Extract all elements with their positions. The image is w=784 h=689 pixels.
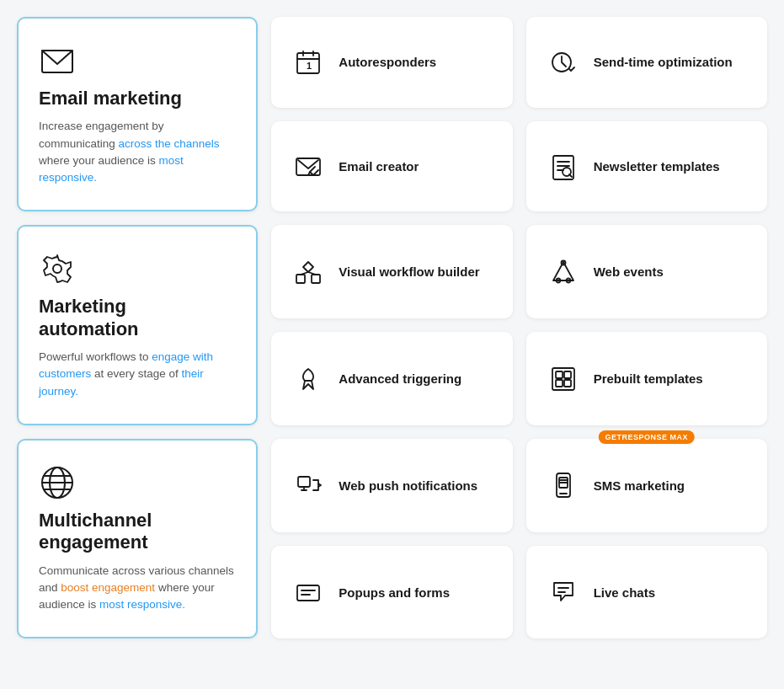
advanced-triggering-card[interactable]: Advanced triggering bbox=[271, 332, 512, 425]
newsletter-templates-label: Newsletter templates bbox=[594, 159, 720, 174]
live-chats-label: Live chats bbox=[594, 585, 655, 600]
autoresponders-card[interactable]: 1 Autoresponders bbox=[271, 17, 512, 108]
multichannel-engagement-card[interactable]: Multichannelengagement Communicate acros… bbox=[17, 439, 258, 639]
svg-rect-30 bbox=[556, 380, 563, 387]
advanced-triggering-label: Advanced triggering bbox=[339, 371, 461, 386]
email-marketing-card[interactable]: Email marketing Increase engagement by c… bbox=[17, 17, 258, 211]
email-edit-icon bbox=[291, 150, 325, 184]
send-time-optimization-card[interactable]: Send-time optimization bbox=[526, 17, 767, 108]
send-time-label: Send-time optimization bbox=[594, 55, 733, 69]
svg-rect-28 bbox=[556, 371, 563, 378]
email-marketing-desc: Increase engagement by communicating acr… bbox=[39, 118, 236, 186]
autoresponders-label: Autoresponders bbox=[339, 55, 436, 69]
calendar-icon: 1 bbox=[291, 45, 325, 79]
prebuilt-templates-label: Prebuilt templates bbox=[594, 371, 703, 386]
svg-rect-29 bbox=[564, 371, 571, 378]
forms-icon bbox=[291, 575, 325, 609]
workflow-icon bbox=[291, 255, 325, 289]
prebuilt-icon bbox=[547, 362, 580, 396]
sms-marketing-label: SMS marketing bbox=[594, 478, 685, 493]
svg-point-16 bbox=[53, 264, 61, 273]
marketing-automation-card[interactable]: Marketingautomation Powerful workflows t… bbox=[17, 225, 258, 425]
email-creator-label: Email creator bbox=[339, 159, 419, 174]
email-creator-card[interactable]: Email creator bbox=[271, 121, 512, 212]
sms-icon bbox=[547, 468, 580, 502]
marketing-automation-title: Marketingautomation bbox=[39, 296, 139, 340]
web-events-card[interactable]: Web events bbox=[526, 225, 767, 318]
clock-check-icon bbox=[547, 45, 580, 79]
visual-workflow-builder-card[interactable]: Visual workflow builder bbox=[271, 225, 512, 318]
chat-icon bbox=[547, 575, 580, 609]
getresponse-max-badge: GETRESPONSE MAX bbox=[599, 430, 696, 444]
visual-workflow-builder-label: Visual workflow builder bbox=[339, 264, 479, 279]
newsletter-templates-card[interactable]: Newsletter templates bbox=[526, 121, 767, 212]
svg-line-15 bbox=[569, 174, 572, 177]
popups-and-forms-card[interactable]: Popups and forms bbox=[271, 546, 512, 639]
main-grid: Email marketing Increase engagement by c… bbox=[17, 17, 767, 638]
svg-rect-18 bbox=[296, 275, 305, 283]
sms-marketing-card[interactable]: GETRESPONSE MAX SMS marketing bbox=[526, 439, 767, 532]
svg-rect-37 bbox=[298, 477, 310, 487]
trigger-icon bbox=[291, 362, 325, 396]
multichannel-engagement-desc: Communicate across various channels and … bbox=[39, 563, 236, 614]
svg-rect-45 bbox=[297, 585, 319, 601]
globe-icon bbox=[39, 464, 76, 501]
web-events-icon bbox=[547, 255, 580, 289]
popups-and-forms-label: Popups and forms bbox=[339, 585, 450, 600]
svg-line-8 bbox=[310, 167, 315, 172]
svg-rect-31 bbox=[564, 380, 571, 387]
svg-rect-19 bbox=[312, 275, 320, 283]
svg-marker-17 bbox=[303, 262, 313, 272]
bell-icon bbox=[291, 468, 325, 502]
newsletter-icon bbox=[547, 150, 580, 184]
web-push-notifications-label: Web push notifications bbox=[339, 478, 477, 493]
gear-icon bbox=[39, 250, 76, 287]
web-push-notifications-card[interactable]: Web push notifications bbox=[271, 439, 512, 532]
prebuilt-templates-card[interactable]: Prebuilt templates bbox=[526, 332, 767, 425]
email-icon bbox=[39, 42, 76, 79]
multichannel-engagement-title: Multichannelengagement bbox=[39, 510, 152, 554]
web-events-label: Web events bbox=[594, 264, 664, 279]
svg-text:1: 1 bbox=[307, 61, 312, 71]
marketing-automation-desc: Powerful workflows to engage with custom… bbox=[39, 349, 236, 400]
email-marketing-title: Email marketing bbox=[39, 88, 182, 109]
live-chats-card[interactable]: Live chats bbox=[526, 546, 767, 639]
